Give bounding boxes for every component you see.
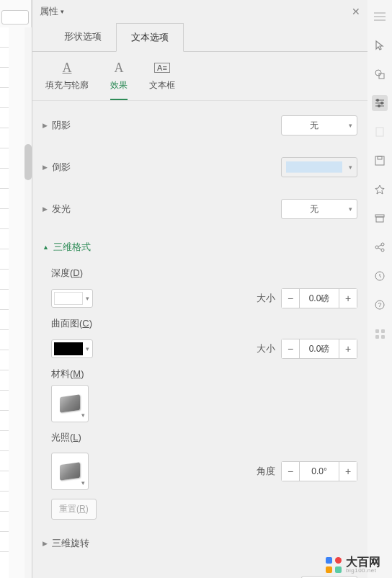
contour-color-swatch[interactable] bbox=[51, 339, 93, 358]
depth-color-swatch[interactable] bbox=[51, 289, 93, 308]
svg-point-15 bbox=[381, 249, 384, 252]
triangle-right-icon: ▶ bbox=[43, 205, 48, 213]
scrollbar-track[interactable] bbox=[24, 27, 32, 578]
shadow-dropdown[interactable]: 无 bbox=[281, 115, 357, 135]
svg-rect-12 bbox=[376, 217, 383, 222]
tab-text-options[interactable]: 文本选项 bbox=[116, 23, 184, 52]
watermark-text: 大百网 bbox=[346, 556, 380, 568]
contour-size-label: 大小 bbox=[257, 342, 275, 355]
section-3d-rotation[interactable]: ▶三维旋转 bbox=[43, 528, 357, 559]
svg-rect-9 bbox=[375, 156, 384, 165]
note-icon[interactable] bbox=[372, 124, 388, 140]
svg-text:?: ? bbox=[378, 301, 381, 308]
section-title-text: 倒影 bbox=[52, 161, 71, 174]
watermark-sub: big100.net bbox=[346, 568, 380, 574]
material-cube-icon bbox=[60, 394, 80, 413]
menu-icon[interactable] bbox=[372, 9, 388, 25]
contour-size-input[interactable] bbox=[300, 339, 339, 359]
panel-title[interactable]: 属性 ▾ bbox=[40, 5, 64, 18]
section-glow[interactable]: ▶发光 无 bbox=[43, 190, 357, 228]
angle-increase-button[interactable]: + bbox=[339, 461, 357, 481]
textbox-icon: A≡ bbox=[153, 61, 171, 75]
section-shadow[interactable]: ▶阴影 无 bbox=[43, 107, 357, 144]
lighting-cube-icon bbox=[60, 462, 80, 481]
close-icon[interactable]: ✕ bbox=[352, 6, 360, 17]
section-title-text: 发光 bbox=[52, 203, 71, 215]
ruler bbox=[0, 27, 9, 578]
section-title-text: 阴影 bbox=[52, 119, 71, 132]
svg-line-16 bbox=[378, 245, 381, 246]
svg-rect-1 bbox=[379, 74, 384, 79]
depth-increase-button[interactable]: + bbox=[339, 288, 357, 308]
svg-point-5 bbox=[380, 102, 383, 105]
reset-button[interactable]: 重置(R) bbox=[51, 499, 97, 520]
section-3d-format[interactable]: ▲三维格式 bbox=[43, 232, 357, 262]
watermark: 大百网 big100.net bbox=[326, 556, 380, 574]
lighting-label: 光照(L) bbox=[51, 431, 81, 444]
svg-rect-10 bbox=[378, 156, 382, 159]
reflection-dropdown[interactable] bbox=[281, 157, 357, 177]
subtab-effects[interactable]: A 效果 bbox=[110, 61, 128, 100]
properties-panel: 属性 ▾ ✕ 形状选项 文本选项 A 填充与轮廓 A 效果 A≡ 文本框 ▶阴影… bbox=[32, 0, 368, 578]
archive-icon[interactable] bbox=[372, 210, 388, 226]
subtab-label: 填充与轮廓 bbox=[45, 79, 89, 92]
svg-point-14 bbox=[381, 243, 384, 246]
contour-decrease-button[interactable]: − bbox=[281, 339, 300, 359]
depth-size-input[interactable] bbox=[300, 288, 339, 308]
settings-icon[interactable] bbox=[372, 95, 388, 111]
contour-increase-button[interactable]: + bbox=[339, 339, 357, 359]
triangle-right-icon: ▶ bbox=[43, 540, 48, 547]
svg-point-0 bbox=[375, 70, 381, 76]
triangle-right-icon: ▶ bbox=[43, 122, 48, 129]
lighting-picker[interactable] bbox=[51, 453, 89, 490]
dropdown-caret-icon: ▾ bbox=[61, 8, 64, 15]
depth-decrease-button[interactable]: − bbox=[281, 288, 300, 308]
section-title-text: 三维旋转 bbox=[52, 537, 89, 550]
triangle-down-icon: ▲ bbox=[43, 244, 49, 251]
svg-point-3 bbox=[376, 99, 379, 102]
grid-icon[interactable] bbox=[372, 326, 388, 342]
panel-title-text: 属性 bbox=[40, 5, 58, 18]
cursor-icon[interactable] bbox=[372, 37, 388, 53]
effects-icon: A bbox=[110, 61, 128, 75]
right-sidebar: ? bbox=[368, 0, 392, 578]
svg-line-17 bbox=[378, 248, 381, 249]
history-icon[interactable] bbox=[372, 268, 388, 284]
star-icon[interactable] bbox=[372, 182, 388, 197]
material-picker[interactable] bbox=[51, 385, 89, 422]
help-icon[interactable]: ? bbox=[372, 297, 388, 313]
sub-tabs: A 填充与轮廓 A 效果 A≡ 文本框 bbox=[32, 52, 368, 101]
depth-size-label: 大小 bbox=[257, 292, 275, 305]
scrollbar-thumb[interactable] bbox=[24, 144, 32, 180]
section-reflection[interactable]: ▶倒影 bbox=[43, 148, 357, 186]
glow-dropdown[interactable]: 无 bbox=[281, 199, 357, 219]
watermark-logo-icon bbox=[326, 557, 342, 573]
fill-outline-icon: A bbox=[58, 61, 76, 75]
depth-label: 深度(D) bbox=[51, 267, 83, 280]
angle-label: 角度 bbox=[257, 465, 275, 478]
subtab-label: 文本框 bbox=[149, 79, 175, 92]
material-label: 材料(M) bbox=[51, 368, 84, 381]
left-input-box[interactable] bbox=[1, 10, 29, 25]
shape-icon[interactable] bbox=[372, 66, 388, 82]
svg-point-7 bbox=[378, 105, 380, 107]
tab-shape-options[interactable]: 形状选项 bbox=[50, 23, 116, 51]
angle-input[interactable] bbox=[300, 461, 339, 481]
subtab-fill-outline[interactable]: A 填充与轮廓 bbox=[45, 61, 89, 100]
section-title-text: 三维格式 bbox=[53, 241, 91, 254]
angle-decrease-button[interactable]: − bbox=[281, 461, 300, 481]
share-icon[interactable] bbox=[372, 239, 388, 255]
subtab-label: 效果 bbox=[110, 79, 128, 92]
subtab-textbox[interactable]: A≡ 文本框 bbox=[149, 61, 175, 100]
save-icon[interactable] bbox=[372, 153, 388, 169]
main-tabs: 形状选项 文本选项 bbox=[32, 23, 368, 52]
contour-label: 曲面图(C) bbox=[51, 317, 92, 330]
svg-rect-8 bbox=[376, 128, 383, 136]
svg-point-13 bbox=[375, 246, 378, 249]
triangle-right-icon: ▶ bbox=[43, 164, 48, 171]
